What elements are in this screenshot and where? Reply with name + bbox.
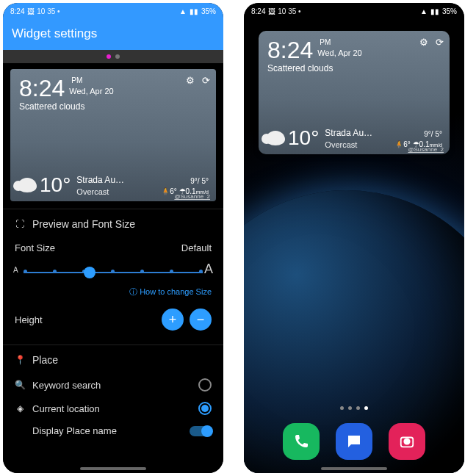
widget-location: Strada Au… Overcast xyxy=(76,175,124,197)
status-left-icons: 🖼 10 35 • xyxy=(268,7,300,15)
widget-date: Wed, Apr 20 xyxy=(317,48,361,57)
slider-thumb[interactable] xyxy=(84,267,95,278)
status-bar: 8:24 🖼 10 35 • ▲ ▮▮ 35% xyxy=(244,3,464,19)
widget-time: 8:24 xyxy=(267,38,313,62)
wifi-icon: ▲ xyxy=(420,7,428,15)
font-size-label: Font Size xyxy=(15,242,55,253)
wifi-icon: ▲ xyxy=(179,7,187,15)
status-left-icons: 🖼 10 35 • xyxy=(27,7,60,15)
current-location-row[interactable]: ◈ Current location xyxy=(15,397,212,420)
locate-icon: ◈ xyxy=(15,403,25,414)
widget-ampm: PM xyxy=(320,38,361,46)
height-label: Height xyxy=(15,314,43,325)
weather-widget-preview[interactable]: ⚙ ⟳ 8:24 PM Wed, Apr 20 Scattered clouds… xyxy=(10,69,216,201)
height-increase-button[interactable]: + xyxy=(162,309,184,331)
refresh-icon[interactable]: ⟳ xyxy=(436,37,444,48)
person-icon: 🧍 xyxy=(161,187,170,195)
font-size-value: Default xyxy=(181,242,212,253)
widget-location: Strada Au… Overcast xyxy=(325,128,372,150)
settings-content: ⚙ ⟳ 8:24 PM Wed, Apr 20 Scattered clouds… xyxy=(3,63,223,473)
section-place: 📍 Place 🔍 Keyword search ◈ Current locat… xyxy=(3,345,223,450)
widget-temp: 10° xyxy=(266,126,319,150)
pin-icon: 📍 xyxy=(15,355,25,365)
home-page-indicator[interactable] xyxy=(244,406,464,410)
page-title: Widget settings xyxy=(3,19,223,50)
person-icon: 🧍 xyxy=(394,140,403,148)
settings-phone: 8:24 🖼 10 35 • ▲ ▮▮ 35% Widget settings … xyxy=(3,3,223,473)
widget-time: 8:24 xyxy=(19,76,65,100)
battery-pct: 35% xyxy=(201,7,216,15)
nav-pill[interactable] xyxy=(80,467,146,470)
cloud-icon xyxy=(18,178,37,192)
display-place-row[interactable]: Display Place name xyxy=(15,420,212,441)
cloud-icon xyxy=(266,131,285,145)
status-time: 8:24 xyxy=(10,7,24,15)
widget-ampm: PM xyxy=(71,76,113,84)
pager-dot[interactable] xyxy=(115,54,120,59)
expand-icon: ⛶ xyxy=(15,219,25,229)
section-title: Preview and Font Size xyxy=(32,218,135,230)
font-size-slider[interactable]: A A xyxy=(15,262,212,284)
battery-pct: 35% xyxy=(442,7,457,15)
phone-app[interactable] xyxy=(283,423,320,460)
widget-credit[interactable]: @Susanne_2 xyxy=(408,146,444,153)
status-time: 8:24 xyxy=(251,7,265,15)
display-place-toggle[interactable] xyxy=(190,426,212,436)
search-icon: 🔍 xyxy=(15,380,25,390)
current-location-radio[interactable] xyxy=(198,402,212,415)
gear-icon[interactable]: ⚙ xyxy=(186,75,195,86)
refresh-icon[interactable]: ⟳ xyxy=(202,75,210,86)
widget-date: Wed, Apr 20 xyxy=(69,87,113,95)
camera-app[interactable] xyxy=(389,423,425,460)
status-bar: 8:24 🖼 10 35 • ▲ ▮▮ 35% xyxy=(3,3,223,19)
widget-condition: Scattered clouds xyxy=(259,62,450,75)
keyword-search-row[interactable]: 🔍 Keyword search xyxy=(15,373,212,397)
widget-condition: Scattered clouds xyxy=(10,100,216,113)
widget-pager[interactable] xyxy=(3,50,223,63)
height-decrease-button[interactable]: − xyxy=(190,309,212,331)
nav-pill[interactable] xyxy=(321,467,387,470)
weather-widget[interactable]: ⚙ ⟳ 8:24 PM Wed, Apr 20 Scattered clouds… xyxy=(259,31,450,154)
gear-icon[interactable]: ⚙ xyxy=(419,37,428,48)
widget-credit[interactable]: @Susanne_2 xyxy=(174,193,210,200)
section-preview: ⛶ Preview and Font Size Font Size Defaul… xyxy=(3,209,223,345)
home-screen[interactable]: ⚙ ⟳ 8:24 PM Wed, Apr 20 Scattered clouds… xyxy=(244,3,464,473)
signal-icon: ▮▮ xyxy=(430,7,439,15)
how-to-change-size-link[interactable]: ⓘ How to change Size xyxy=(15,286,212,298)
widget-temp: 10° xyxy=(18,173,71,197)
home-phone: 8:24 🖼 10 35 • ▲ ▮▮ 35% ⚙ ⟳ 8:24 PM Wed,… xyxy=(244,3,464,473)
signal-icon: ▮▮ xyxy=(190,7,198,15)
keyword-radio[interactable] xyxy=(198,378,212,392)
pager-dot[interactable] xyxy=(107,54,111,59)
messages-app[interactable] xyxy=(336,423,372,460)
section-title: Place xyxy=(32,354,58,366)
svg-point-0 xyxy=(403,438,410,444)
dock xyxy=(244,423,464,460)
